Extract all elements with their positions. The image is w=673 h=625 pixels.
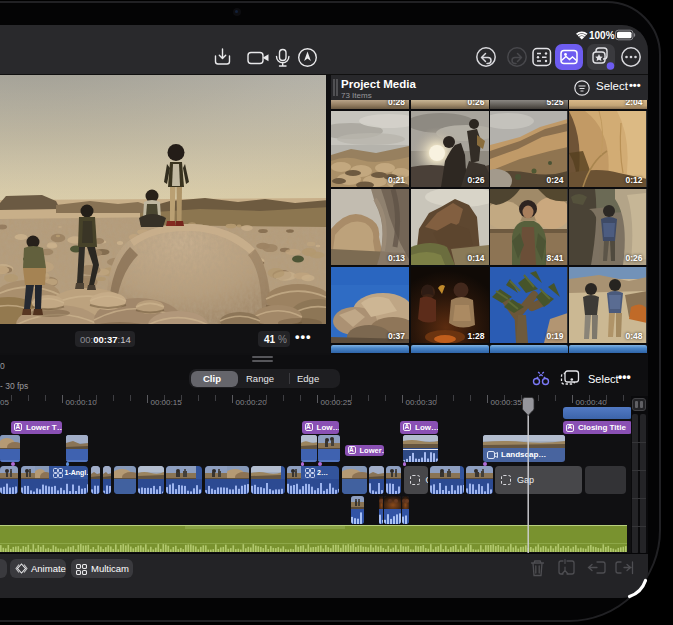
svg-text:00:00:20: 00:00:20 — [236, 398, 268, 407]
svg-text:00:00:15: 00:00:15 — [151, 398, 183, 407]
svg-text:00:00:35: 00:00:35 — [491, 398, 523, 407]
svg-text:00:00:25: 00:00:25 — [321, 398, 353, 407]
svg-text:100%: 100% — [589, 30, 615, 41]
svg-text:00:00:40: 00:00:40 — [576, 398, 608, 407]
svg-text:00:00:10: 00:00:10 — [66, 398, 98, 407]
svg-text:00:00:30: 00:00:30 — [406, 398, 438, 407]
svg-text:05: 05 — [0, 398, 9, 407]
